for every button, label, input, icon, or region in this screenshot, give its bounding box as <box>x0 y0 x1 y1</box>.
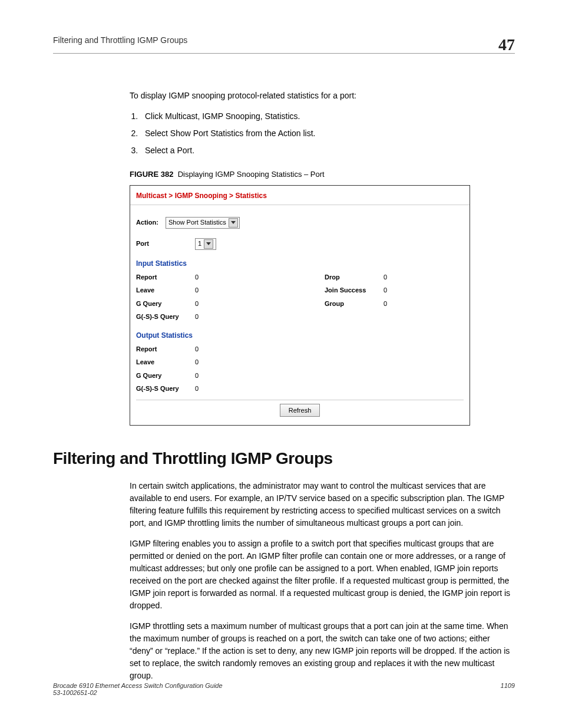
header-rule <box>53 53 515 54</box>
step-3: Select a Port. <box>140 144 515 157</box>
refresh-button[interactable]: Refresh <box>280 404 320 417</box>
stat-label: Report <box>136 272 195 282</box>
figure-title: Displaying IGMP Snooping Statistics – Po… <box>178 170 325 179</box>
stat-value: 0 <box>384 285 448 295</box>
stat-value: 0 <box>195 312 260 322</box>
action-select-value: Show Port Statistics <box>168 218 226 228</box>
step-list: Click Multicast, IGMP Snooping, Statisti… <box>130 110 515 157</box>
dropdown-icon[interactable] <box>204 239 213 249</box>
breadcrumb: Multicast > IGMP Snooping > Statistics <box>130 186 470 205</box>
port-select-value: 1 <box>198 239 201 249</box>
figure-caption: FIGURE 382 Displaying IGMP Snooping Stat… <box>130 169 515 180</box>
dropdown-icon[interactable] <box>229 218 238 228</box>
figure-label: FIGURE 382 <box>130 170 173 179</box>
footer-doc-number: 53-1002651-02 <box>53 689 97 696</box>
stat-label: G Query <box>136 299 195 309</box>
stat-value: 0 <box>195 272 260 282</box>
stat-label: Leave <box>136 357 195 367</box>
port-select[interactable]: 1 <box>195 238 216 250</box>
footer-book-title: Brocade 6910 Ethernet Access Switch Conf… <box>53 682 223 689</box>
output-stats-header: Output Statistics <box>136 330 464 341</box>
section-heading: Filtering and Throttling IGMP Groups <box>53 449 515 468</box>
port-label: Port <box>136 239 195 249</box>
stat-value: 0 <box>195 285 260 295</box>
chapter-number: 47 <box>498 35 515 54</box>
running-header: Filtering and Throttling IGMP Groups <box>53 35 187 45</box>
step-2: Select Show Port Statistics from the Act… <box>140 127 515 140</box>
paragraph: IGMP filtering enables you to assign a p… <box>130 538 515 612</box>
stat-value: 0 <box>195 357 260 367</box>
stat-label: Group <box>325 299 384 309</box>
stat-value: 0 <box>195 384 260 394</box>
stat-label: Report <box>136 344 195 354</box>
stat-label: G(-S)-S Query <box>136 384 195 394</box>
action-select[interactable]: Show Port Statistics <box>166 217 240 229</box>
paragraph: In certain switch applications, the admi… <box>130 480 515 529</box>
footer-page-number: 1109 <box>501 682 515 696</box>
paragraph: IGMP throttling sets a maximum number of… <box>130 620 515 682</box>
stat-label: G(-S)-S Query <box>136 312 195 322</box>
output-stats-grid: Report 0 Leave 0 G Query 0 G(-S)-S Query… <box>136 344 464 394</box>
input-stats-header: Input Statistics <box>136 258 464 269</box>
footer-left: Brocade 6910 Ethernet Access Switch Conf… <box>53 682 223 696</box>
stat-value: 0 <box>384 299 448 309</box>
stat-label: Leave <box>136 285 195 295</box>
step-1: Click Multicast, IGMP Snooping, Statisti… <box>140 110 515 123</box>
stat-label: Drop <box>325 272 384 282</box>
stat-label: G Query <box>136 371 195 381</box>
stat-value: 0 <box>384 272 448 282</box>
stat-value: 0 <box>195 344 260 354</box>
intro-text: To display IGMP snooping protocol-relate… <box>130 90 515 102</box>
stat-value: 0 <box>195 299 260 309</box>
action-label: Action: <box>136 218 166 228</box>
stat-label: Join Success <box>325 285 384 295</box>
screenshot-panel: Multicast > IGMP Snooping > Statistics A… <box>130 185 470 426</box>
input-stats-grid: Report 0 Drop 0 Leave 0 Join Success 0 G… <box>136 272 464 322</box>
stat-value: 0 <box>195 371 260 381</box>
